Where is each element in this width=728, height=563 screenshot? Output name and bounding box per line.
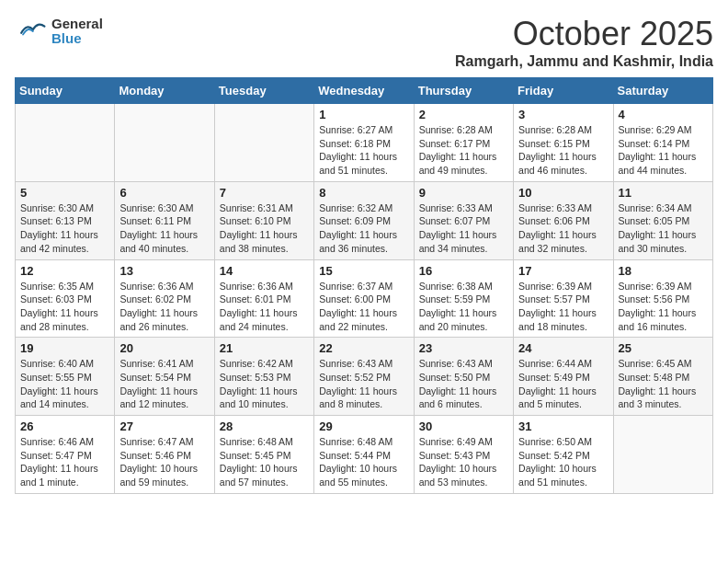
header: General Blue October 2025 Ramgarh, Jammu… [15, 15, 713, 70]
day-number: 16 [419, 264, 508, 278]
day-number: 3 [518, 108, 608, 121]
day-number: 5 [20, 186, 109, 200]
day-info: Sunrise: 6:36 AMSunset: 6:01 PMDaylight:… [220, 280, 309, 334]
day-info: Sunrise: 6:31 AMSunset: 6:10 PMDaylight:… [220, 201, 309, 256]
day-info: Sunrise: 6:47 AMSunset: 5:46 PMDaylight:… [119, 435, 209, 489]
day-number: 24 [518, 341, 608, 355]
day-info: Sunrise: 6:33 AMSunset: 6:06 PMDaylight:… [518, 201, 608, 256]
logo-blue-text: Blue [51, 31, 103, 47]
calendar-cell: 27Sunrise: 6:47 AMSunset: 5:46 PMDayligh… [115, 416, 214, 494]
day-number: 28 [220, 419, 309, 433]
calendar-cell: 31Sunrise: 6:50 AMSunset: 5:42 PMDayligh… [514, 416, 613, 494]
calendar-cell: 26Sunrise: 6:46 AMSunset: 5:47 PMDayligh… [16, 416, 115, 494]
location-title: Ramgarh, Jammu and Kashmir, India [455, 53, 713, 70]
day-info: Sunrise: 6:49 AMSunset: 5:43 PMDaylight:… [419, 435, 508, 489]
day-number: 8 [319, 186, 408, 200]
calendar-cell: 17Sunrise: 6:39 AMSunset: 5:57 PMDayligh… [514, 259, 613, 338]
day-number: 17 [518, 264, 608, 278]
day-number: 25 [619, 341, 708, 355]
calendar-table: SundayMondayTuesdayWednesdayThursdayFrid… [15, 77, 713, 494]
calendar-header-sunday: Sunday [16, 78, 115, 104]
calendar-header-friday: Friday [514, 78, 613, 104]
title-area: October 2025 Ramgarh, Jammu and Kashmir,… [455, 15, 713, 70]
calendar-cell: 28Sunrise: 6:48 AMSunset: 5:45 PMDayligh… [214, 416, 313, 494]
calendar-cell: 21Sunrise: 6:42 AMSunset: 5:53 PMDayligh… [214, 338, 313, 416]
calendar-header-tuesday: Tuesday [214, 78, 313, 104]
day-number: 18 [619, 264, 708, 278]
day-number: 11 [619, 186, 708, 200]
day-info: Sunrise: 6:32 AMSunset: 6:09 PMDaylight:… [319, 201, 408, 256]
calendar-week-1: 1Sunrise: 6:27 AMSunset: 6:18 PMDaylight… [16, 104, 713, 182]
day-info: Sunrise: 6:27 AMSunset: 6:18 PMDaylight:… [319, 123, 408, 178]
calendar-cell: 1Sunrise: 6:27 AMSunset: 6:18 PMDaylight… [314, 104, 414, 182]
day-number: 22 [319, 341, 408, 355]
calendar-cell: 29Sunrise: 6:48 AMSunset: 5:44 PMDayligh… [314, 416, 414, 494]
day-number: 10 [518, 186, 608, 200]
day-number: 7 [220, 186, 309, 200]
logo-general-text: General [51, 17, 103, 32]
day-info: Sunrise: 6:38 AMSunset: 5:59 PMDaylight:… [419, 280, 508, 334]
calendar-cell: 16Sunrise: 6:38 AMSunset: 5:59 PMDayligh… [414, 259, 513, 338]
day-info: Sunrise: 6:45 AMSunset: 5:48 PMDaylight:… [619, 357, 708, 411]
calendar-cell: 18Sunrise: 6:39 AMSunset: 5:56 PMDayligh… [613, 259, 712, 338]
calendar-cell: 19Sunrise: 6:40 AMSunset: 5:55 PMDayligh… [16, 338, 115, 416]
day-info: Sunrise: 6:28 AMSunset: 6:15 PMDaylight:… [518, 123, 608, 178]
day-info: Sunrise: 6:41 AMSunset: 5:54 PMDaylight:… [119, 357, 209, 411]
calendar-cell: 4Sunrise: 6:29 AMSunset: 6:14 PMDaylight… [613, 104, 712, 182]
calendar-cell: 7Sunrise: 6:31 AMSunset: 6:10 PMDaylight… [214, 181, 313, 259]
day-info: Sunrise: 6:43 AMSunset: 5:52 PMDaylight:… [319, 357, 408, 411]
calendar-cell: 23Sunrise: 6:43 AMSunset: 5:50 PMDayligh… [414, 338, 513, 416]
month-title: October 2025 [455, 15, 713, 53]
calendar-cell: 15Sunrise: 6:37 AMSunset: 6:00 PMDayligh… [314, 259, 414, 338]
logo: General Blue [15, 15, 103, 48]
day-number: 23 [419, 341, 508, 355]
day-info: Sunrise: 6:35 AMSunset: 6:03 PMDaylight:… [20, 280, 109, 334]
day-info: Sunrise: 6:43 AMSunset: 5:50 PMDaylight:… [419, 357, 508, 411]
calendar-cell: 9Sunrise: 6:33 AMSunset: 6:07 PMDaylight… [414, 181, 513, 259]
calendar-cell: 30Sunrise: 6:49 AMSunset: 5:43 PMDayligh… [414, 416, 513, 494]
day-info: Sunrise: 6:30 AMSunset: 6:13 PMDaylight:… [20, 201, 109, 256]
calendar-cell: 5Sunrise: 6:30 AMSunset: 6:13 PMDaylight… [16, 181, 115, 259]
day-info: Sunrise: 6:37 AMSunset: 6:00 PMDaylight:… [319, 280, 408, 334]
day-info: Sunrise: 6:42 AMSunset: 5:53 PMDaylight:… [220, 357, 309, 411]
day-number: 30 [419, 419, 508, 433]
day-number: 21 [220, 341, 309, 355]
day-info: Sunrise: 6:36 AMSunset: 6:02 PMDaylight:… [119, 280, 209, 334]
day-info: Sunrise: 6:48 AMSunset: 5:44 PMDaylight:… [319, 435, 408, 489]
calendar-cell: 2Sunrise: 6:28 AMSunset: 6:17 PMDaylight… [414, 104, 513, 182]
day-info: Sunrise: 6:39 AMSunset: 5:56 PMDaylight:… [619, 280, 708, 334]
calendar-cell: 8Sunrise: 6:32 AMSunset: 6:09 PMDaylight… [314, 181, 414, 259]
day-info: Sunrise: 6:44 AMSunset: 5:49 PMDaylight:… [518, 357, 608, 411]
day-info: Sunrise: 6:30 AMSunset: 6:11 PMDaylight:… [119, 201, 209, 256]
day-number: 15 [319, 264, 408, 278]
calendar-week-2: 5Sunrise: 6:30 AMSunset: 6:13 PMDaylight… [16, 181, 713, 259]
calendar-cell: 12Sunrise: 6:35 AMSunset: 6:03 PMDayligh… [16, 259, 115, 338]
day-number: 12 [20, 264, 109, 278]
calendar-header-wednesday: Wednesday [314, 78, 414, 104]
day-info: Sunrise: 6:33 AMSunset: 6:07 PMDaylight:… [419, 201, 508, 256]
day-info: Sunrise: 6:34 AMSunset: 6:05 PMDaylight:… [619, 201, 708, 256]
calendar-cell: 13Sunrise: 6:36 AMSunset: 6:02 PMDayligh… [115, 259, 214, 338]
day-info: Sunrise: 6:40 AMSunset: 5:55 PMDaylight:… [20, 357, 109, 411]
day-number: 27 [119, 419, 209, 433]
day-info: Sunrise: 6:48 AMSunset: 5:45 PMDaylight:… [220, 435, 309, 489]
day-number: 13 [119, 264, 209, 278]
calendar-cell: 22Sunrise: 6:43 AMSunset: 5:52 PMDayligh… [314, 338, 414, 416]
calendar-cell: 11Sunrise: 6:34 AMSunset: 6:05 PMDayligh… [613, 181, 712, 259]
calendar-week-3: 12Sunrise: 6:35 AMSunset: 6:03 PMDayligh… [16, 259, 713, 338]
calendar-header-row: SundayMondayTuesdayWednesdayThursdayFrid… [16, 78, 713, 104]
day-info: Sunrise: 6:50 AMSunset: 5:42 PMDaylight:… [518, 435, 608, 489]
day-number: 26 [20, 419, 109, 433]
calendar-cell: 24Sunrise: 6:44 AMSunset: 5:49 PMDayligh… [514, 338, 613, 416]
day-number: 19 [20, 341, 109, 355]
day-number: 29 [319, 419, 408, 433]
calendar-header-thursday: Thursday [414, 78, 513, 104]
calendar-cell: 10Sunrise: 6:33 AMSunset: 6:06 PMDayligh… [514, 181, 613, 259]
calendar-cell: 6Sunrise: 6:30 AMSunset: 6:11 PMDaylight… [115, 181, 214, 259]
calendar-header-monday: Monday [115, 78, 214, 104]
day-number: 14 [220, 264, 309, 278]
calendar-cell: 14Sunrise: 6:36 AMSunset: 6:01 PMDayligh… [214, 259, 313, 338]
day-info: Sunrise: 6:39 AMSunset: 5:57 PMDaylight:… [518, 280, 608, 334]
day-info: Sunrise: 6:28 AMSunset: 6:17 PMDaylight:… [419, 123, 508, 178]
calendar-cell: 25Sunrise: 6:45 AMSunset: 5:48 PMDayligh… [613, 338, 712, 416]
